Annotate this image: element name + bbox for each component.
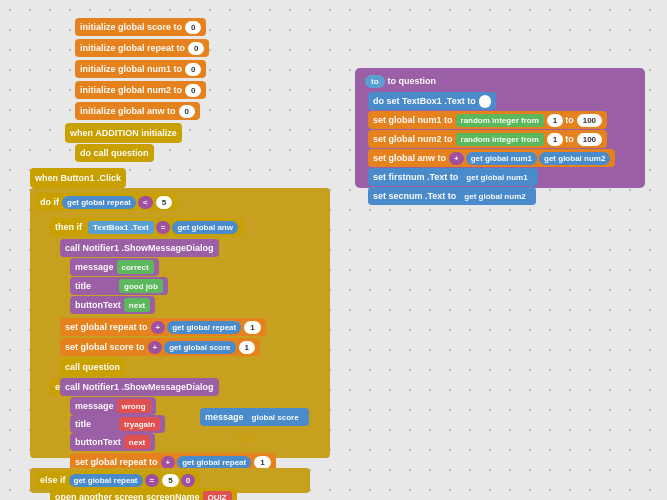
then-if-label: then if TextBox1 .Text = get global anw (50, 218, 243, 236)
set-repeat-block: set global repeat to + get global repeat… (60, 318, 266, 336)
call-question-block1: call question (60, 358, 125, 376)
con-label: Con (231, 431, 258, 446)
then-title-row: title good job (70, 277, 168, 295)
repeat-val: get global repeat (167, 321, 241, 334)
to100-1: 100 (577, 114, 602, 127)
anw-value: 0 (179, 105, 195, 118)
init-score-block: initialize global score to 0 (75, 18, 206, 36)
set-anw-row: set global anw to + get global num1 get … (368, 149, 615, 167)
textbox-text-block: TextBox1 .Text (88, 221, 154, 234)
open-screen-block: open another screen screenName QUIZ (50, 488, 237, 500)
repeat-condition: get global repeat (62, 196, 136, 209)
global-score-val: global score (247, 411, 304, 424)
plus-one: 1 (244, 321, 260, 334)
less-than-op: < (138, 196, 153, 209)
plus-anw: + (449, 152, 464, 165)
score-val: get global score (164, 341, 235, 354)
get-num2: get global num2 (539, 152, 610, 165)
random1: random integer from (456, 114, 544, 127)
init-anw-block: initialize global anw to 0 (75, 102, 200, 120)
else-title-row: title tryagain (70, 415, 165, 433)
when-addition-block: when ADDITION initialize (65, 123, 182, 143)
repeat-val2: get global repeat (177, 456, 251, 469)
init-num2-block: initialize global num2 to 0 (75, 81, 206, 99)
plus-op2: + (148, 341, 163, 354)
set-firstnum-row: set firstnum .Text to get global num1 (368, 168, 538, 186)
empty-val (479, 95, 491, 108)
else-if-block: else if get global repeat = 5 0 (35, 471, 200, 489)
btn-next: next (124, 298, 150, 312)
to-question-header: to to question (360, 72, 441, 90)
to-val: to (365, 75, 385, 88)
then-message-row: message correct (70, 258, 159, 276)
plus-one2: 1 (239, 341, 255, 354)
title-tryagain: tryagain (119, 417, 160, 431)
and-op: 0 (181, 474, 195, 487)
plus-op3: + (161, 456, 176, 469)
else-buttontext-row: buttonText next (70, 433, 155, 451)
btn-next2: next (124, 435, 150, 449)
from1: 1 (547, 114, 563, 127)
msg-correct: correct (117, 260, 154, 274)
then-notifier1-block: call Notifier1 .ShowMessageDialog (60, 239, 219, 257)
quiz-val: QUIZ (203, 491, 232, 501)
do-set-textbox: do set TextBox1 .Text to (368, 92, 496, 110)
init-repeat-block: initialize global repeat to 0 (75, 39, 209, 57)
title-goodjob: good job (119, 279, 163, 293)
plus-op: + (151, 321, 166, 334)
set-secnum-row: set secnum .Text to get global num2 (368, 187, 536, 205)
when-button1-block: when Button1 .Click (30, 168, 126, 188)
equals-op: = (156, 221, 171, 234)
val-5b: 5 (162, 474, 178, 487)
val-5: 5 (156, 196, 172, 209)
set-score-block: set global score to + get global score 1 (60, 338, 260, 356)
then-buttontext-row: buttonText next (70, 296, 155, 314)
get-num1: get global num1 (466, 152, 537, 165)
repeat-value: 0 (188, 42, 204, 55)
plus-one3: 1 (254, 456, 270, 469)
set-num2-random: set global num2 to random integer from 1… (368, 130, 607, 148)
get-anw-block: get global anw (172, 221, 238, 234)
score-display-row: message global score (200, 408, 309, 426)
do-if-label: do if get global repeat < 5 (35, 193, 177, 211)
score-value: 0 (185, 21, 201, 34)
to100-2: 100 (577, 133, 602, 146)
set-num1-random: set global num1 to random integer from 1… (368, 111, 607, 129)
else-message-row: message wrong (70, 397, 156, 415)
from1b: 1 (547, 133, 563, 146)
msg-wrong: wrong (117, 399, 151, 413)
repeat-cond2: get global repeat (69, 474, 143, 487)
equals-op2: = (145, 474, 160, 487)
num2-value: 0 (185, 84, 201, 97)
random2: random integer from (456, 133, 544, 146)
get-num1b: get global num1 (461, 171, 532, 184)
do-call-question-block: do call question (75, 144, 154, 162)
init-num1-block: initialize global num1 to 0 (75, 60, 206, 78)
get-num2b: get global num2 (459, 190, 530, 203)
num1-value: 0 (185, 63, 201, 76)
else-notifier-block: call Notifier1 .ShowMessageDialog (60, 378, 219, 396)
